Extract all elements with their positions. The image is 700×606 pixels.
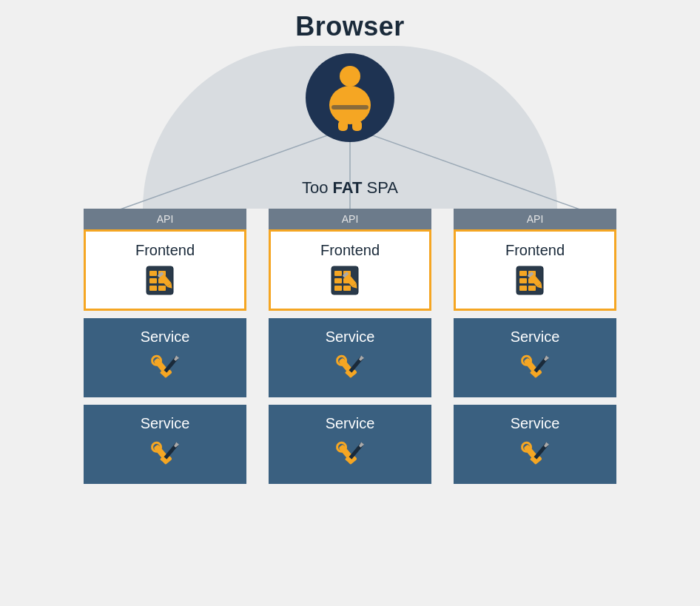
frontend-icon-2 [330, 265, 371, 298]
wrench-icon-3a [515, 351, 556, 387]
svg-rect-39 [343, 286, 351, 291]
column-1-frontend-label: Frontend [135, 242, 195, 259]
column-2-service-1: Service [269, 318, 431, 397]
wrench-icon-2a [330, 351, 371, 387]
fat-person-circle [306, 53, 394, 142]
column-2-service-1-label: Service [326, 329, 375, 346]
svg-rect-12 [149, 271, 157, 276]
column-2-frontend-body: Frontend [269, 229, 431, 311]
spa-label: Too FAT SPA [302, 178, 398, 198]
wrench-icon-1b [145, 438, 186, 474]
svg-point-0 [340, 66, 360, 87]
column-2-frontend-label: Frontend [320, 242, 380, 259]
column-3-api-frontend: API Frontend [454, 209, 616, 311]
column-1-api-label: API [84, 209, 246, 229]
browser-title: Browser [295, 11, 405, 42]
column-3-service-1: Service [454, 318, 616, 397]
column-1-service-1-label: Service [141, 329, 190, 346]
svg-rect-61 [528, 286, 536, 291]
frontend-icon-3 [515, 265, 556, 298]
column-3-frontend-label: Frontend [505, 242, 565, 259]
spa-label-pre: Too [302, 178, 333, 197]
svg-rect-17 [158, 286, 166, 291]
wrench-icon-1a [145, 351, 186, 387]
svg-rect-14 [149, 278, 157, 283]
svg-rect-16 [149, 286, 157, 291]
column-2: API Frontend [265, 209, 435, 484]
svg-rect-38 [334, 286, 342, 291]
semicircle-area: Too FAT SPA [143, 46, 557, 209]
svg-rect-4 [352, 121, 362, 131]
column-2-api-label: API [269, 209, 431, 229]
columns-area: API Frontend [2, 209, 698, 484]
svg-rect-3 [338, 121, 348, 131]
column-3-service-2: Service [454, 405, 616, 484]
wrench-icon-2b [330, 438, 371, 474]
column-2-service-2: Service [269, 405, 431, 484]
wrench-icon-3b [515, 438, 556, 474]
column-2-api-frontend: API Frontend [269, 209, 431, 311]
diagram: Browser Too FAT SPA [2, 4, 698, 603]
column-3-service-1-label: Service [511, 329, 560, 346]
svg-rect-36 [334, 278, 342, 283]
spa-label-post: SPA [363, 178, 399, 197]
column-3-api-label: API [454, 209, 616, 229]
column-1-api-frontend: API Frontend [84, 209, 246, 311]
column-3-frontend-body: Frontend [454, 229, 616, 311]
column-1-service-2-label: Service [141, 415, 190, 432]
spa-label-bold: FAT [333, 178, 363, 197]
svg-rect-34 [334, 271, 342, 276]
column-2-service-2-label: Service [326, 415, 375, 432]
svg-rect-56 [519, 271, 527, 276]
svg-rect-60 [519, 286, 527, 291]
column-1-service-2: Service [84, 405, 246, 484]
fat-person-icon [320, 64, 380, 131]
svg-rect-58 [519, 278, 527, 283]
column-3: API Frontend [450, 209, 620, 484]
column-1: API Frontend [80, 209, 250, 484]
svg-rect-2 [332, 105, 368, 110]
column-1-service-1: Service [84, 318, 246, 397]
column-3-service-2-label: Service [511, 415, 560, 432]
column-1-frontend-body: Frontend [84, 229, 246, 311]
frontend-icon-1 [145, 265, 186, 298]
